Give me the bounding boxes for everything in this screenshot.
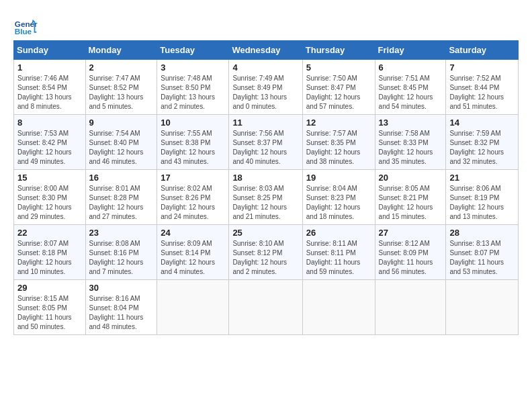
- calendar-cell: 15 Sunrise: 8:00 AMSunset: 8:30 PMDaylig…: [14, 170, 86, 225]
- day-number: 12: [306, 118, 371, 128]
- calendar-body: 1 Sunrise: 7:46 AMSunset: 8:54 PMDayligh…: [14, 60, 519, 335]
- day-number: 29: [17, 283, 82, 293]
- day-detail: Sunrise: 7:53 AMSunset: 8:42 PMDaylight:…: [17, 130, 72, 165]
- calendar-header-row: SundayMondayTuesdayWednesdayThursdayFrid…: [14, 41, 519, 60]
- day-detail: Sunrise: 7:48 AMSunset: 8:50 PMDaylight:…: [161, 75, 215, 110]
- day-detail: Sunrise: 7:57 AMSunset: 8:35 PMDaylight:…: [306, 130, 361, 165]
- day-number: 8: [17, 118, 82, 128]
- calendar-header-thursday: Thursday: [302, 41, 375, 60]
- day-number: 19: [306, 173, 371, 183]
- day-detail: Sunrise: 7:55 AMSunset: 8:38 PMDaylight:…: [161, 130, 215, 165]
- day-detail: Sunrise: 8:04 AMSunset: 8:23 PMDaylight:…: [306, 185, 361, 220]
- calendar-cell: 16 Sunrise: 8:01 AMSunset: 8:28 PMDaylig…: [85, 170, 157, 225]
- calendar-cell: 29 Sunrise: 8:15 AMSunset: 8:05 PMDaylig…: [14, 280, 86, 335]
- day-number: 1: [17, 62, 82, 73]
- calendar-cell: [157, 280, 229, 335]
- calendar-cell: 4 Sunrise: 7:49 AMSunset: 8:49 PMDayligh…: [229, 60, 302, 115]
- calendar-cell: 28 Sunrise: 8:13 AMSunset: 8:07 PMDaylig…: [446, 225, 519, 280]
- calendar-table: SundayMondayTuesdayWednesdayThursdayFrid…: [13, 40, 519, 335]
- day-number: 6: [379, 62, 443, 73]
- calendar-cell: [375, 280, 446, 335]
- day-detail: Sunrise: 8:01 AMSunset: 8:28 PMDaylight:…: [89, 185, 144, 220]
- calendar-header-monday: Monday: [85, 41, 157, 60]
- calendar-header-wednesday: Wednesday: [229, 41, 302, 60]
- day-detail: Sunrise: 8:05 AMSunset: 8:21 PMDaylight:…: [379, 185, 433, 220]
- day-number: 17: [161, 173, 225, 183]
- day-detail: Sunrise: 7:59 AMSunset: 8:32 PMDaylight:…: [449, 130, 504, 165]
- calendar-week-row: 22 Sunrise: 8:07 AMSunset: 8:18 PMDaylig…: [14, 225, 519, 280]
- calendar-cell: 3 Sunrise: 7:48 AMSunset: 8:50 PMDayligh…: [157, 60, 229, 115]
- day-detail: Sunrise: 7:52 AMSunset: 8:44 PMDaylight:…: [449, 75, 504, 110]
- calendar-cell: 22 Sunrise: 8:07 AMSunset: 8:18 PMDaylig…: [14, 225, 86, 280]
- day-number: 26: [306, 228, 371, 238]
- day-number: 4: [232, 62, 298, 73]
- calendar-cell: 25 Sunrise: 8:10 AMSunset: 8:12 PMDaylig…: [229, 225, 302, 280]
- day-detail: Sunrise: 8:06 AMSunset: 8:19 PMDaylight:…: [449, 185, 504, 220]
- calendar-cell: 10 Sunrise: 7:55 AMSunset: 8:38 PMDaylig…: [157, 115, 229, 170]
- day-number: 9: [89, 118, 154, 128]
- day-detail: Sunrise: 8:13 AMSunset: 8:07 PMDaylight:…: [449, 240, 504, 275]
- calendar-week-row: 29 Sunrise: 8:15 AMSunset: 8:05 PMDaylig…: [14, 280, 519, 335]
- day-number: 27: [379, 228, 443, 238]
- day-detail: Sunrise: 8:15 AMSunset: 8:05 PMDaylight:…: [17, 295, 72, 330]
- calendar-cell: 13 Sunrise: 7:58 AMSunset: 8:33 PMDaylig…: [375, 115, 446, 170]
- calendar-cell: 5 Sunrise: 7:50 AMSunset: 8:47 PMDayligh…: [302, 60, 375, 115]
- day-number: 22: [17, 228, 82, 238]
- calendar-cell: 1 Sunrise: 7:46 AMSunset: 8:54 PMDayligh…: [14, 60, 86, 115]
- calendar-header-sunday: Sunday: [14, 41, 86, 60]
- day-detail: Sunrise: 7:54 AMSunset: 8:40 PMDaylight:…: [89, 130, 144, 165]
- day-detail: Sunrise: 8:12 AMSunset: 8:09 PMDaylight:…: [379, 240, 433, 275]
- day-number: 25: [232, 228, 298, 238]
- calendar-cell: 7 Sunrise: 7:52 AMSunset: 8:44 PMDayligh…: [446, 60, 519, 115]
- day-detail: Sunrise: 7:56 AMSunset: 8:37 PMDaylight:…: [232, 130, 287, 165]
- calendar-cell: 9 Sunrise: 7:54 AMSunset: 8:40 PMDayligh…: [85, 115, 157, 170]
- svg-text:Blue: Blue: [15, 27, 32, 36]
- calendar-cell: 2 Sunrise: 7:47 AMSunset: 8:52 PMDayligh…: [85, 60, 157, 115]
- calendar-cell: 21 Sunrise: 8:06 AMSunset: 8:19 PMDaylig…: [446, 170, 519, 225]
- day-number: 18: [232, 173, 298, 183]
- day-number: 3: [161, 62, 225, 73]
- calendar-cell: 27 Sunrise: 8:12 AMSunset: 8:09 PMDaylig…: [375, 225, 446, 280]
- day-detail: Sunrise: 8:03 AMSunset: 8:25 PMDaylight:…: [232, 185, 287, 220]
- day-detail: Sunrise: 7:46 AMSunset: 8:54 PMDaylight:…: [17, 75, 72, 110]
- day-detail: Sunrise: 7:47 AMSunset: 8:52 PMDaylight:…: [89, 75, 144, 110]
- day-number: 21: [449, 173, 515, 183]
- day-detail: Sunrise: 8:08 AMSunset: 8:16 PMDaylight:…: [89, 240, 144, 275]
- day-number: 24: [161, 228, 225, 238]
- day-number: 15: [17, 173, 82, 183]
- calendar-cell: 18 Sunrise: 8:03 AMSunset: 8:25 PMDaylig…: [229, 170, 302, 225]
- calendar-cell: 6 Sunrise: 7:51 AMSunset: 8:45 PMDayligh…: [375, 60, 446, 115]
- day-number: 23: [89, 228, 154, 238]
- day-detail: Sunrise: 8:11 AMSunset: 8:11 PMDaylight:…: [306, 240, 361, 275]
- calendar-cell: 11 Sunrise: 7:56 AMSunset: 8:37 PMDaylig…: [229, 115, 302, 170]
- calendar-cell: [446, 280, 519, 335]
- day-number: 20: [379, 173, 443, 183]
- day-detail: Sunrise: 7:49 AMSunset: 8:49 PMDaylight:…: [232, 75, 287, 110]
- calendar-header-saturday: Saturday: [446, 41, 519, 60]
- day-detail: Sunrise: 7:50 AMSunset: 8:47 PMDaylight:…: [306, 75, 361, 110]
- day-number: 30: [89, 283, 154, 293]
- day-number: 10: [161, 118, 225, 128]
- calendar-cell: 23 Sunrise: 8:08 AMSunset: 8:16 PMDaylig…: [85, 225, 157, 280]
- day-detail: Sunrise: 8:09 AMSunset: 8:14 PMDaylight:…: [161, 240, 215, 275]
- calendar-cell: 19 Sunrise: 8:04 AMSunset: 8:23 PMDaylig…: [302, 170, 375, 225]
- day-detail: Sunrise: 7:51 AMSunset: 8:45 PMDaylight:…: [379, 75, 433, 110]
- calendar-header-friday: Friday: [375, 41, 446, 60]
- page-header: General Blue: [13, 13, 519, 38]
- day-detail: Sunrise: 8:02 AMSunset: 8:26 PMDaylight:…: [161, 185, 215, 220]
- logo-icon: General Blue: [13, 13, 38, 38]
- day-number: 28: [449, 228, 515, 238]
- calendar-cell: 30 Sunrise: 8:16 AMSunset: 8:04 PMDaylig…: [85, 280, 157, 335]
- day-number: 7: [449, 62, 515, 73]
- calendar-week-row: 1 Sunrise: 7:46 AMSunset: 8:54 PMDayligh…: [14, 60, 519, 115]
- calendar-cell: 8 Sunrise: 7:53 AMSunset: 8:42 PMDayligh…: [14, 115, 86, 170]
- calendar-cell: 17 Sunrise: 8:02 AMSunset: 8:26 PMDaylig…: [157, 170, 229, 225]
- calendar-cell: 14 Sunrise: 7:59 AMSunset: 8:32 PMDaylig…: [446, 115, 519, 170]
- day-number: 2: [89, 62, 154, 73]
- calendar-week-row: 15 Sunrise: 8:00 AMSunset: 8:30 PMDaylig…: [14, 170, 519, 225]
- day-number: 14: [449, 118, 515, 128]
- day-detail: Sunrise: 8:16 AMSunset: 8:04 PMDaylight:…: [89, 295, 144, 330]
- day-number: 16: [89, 173, 154, 183]
- calendar-cell: 24 Sunrise: 8:09 AMSunset: 8:14 PMDaylig…: [157, 225, 229, 280]
- day-detail: Sunrise: 8:10 AMSunset: 8:12 PMDaylight:…: [232, 240, 287, 275]
